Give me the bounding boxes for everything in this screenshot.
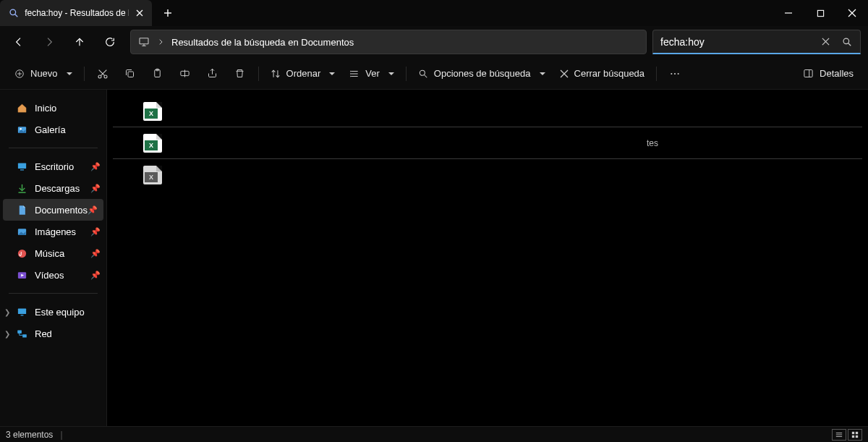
details-pane-button[interactable]: Detalles [796,61,861,86]
search-options-label: Opciones de búsqueda [434,68,531,79]
more-button[interactable] [661,61,689,86]
refresh-button[interactable] [95,30,124,54]
search-submit-button[interactable] [838,33,856,51]
close-search-label: Cerrar búsqueda [574,68,645,79]
view-icon [349,69,359,79]
svg-point-46 [20,128,22,130]
music-icon [16,247,27,259]
svg-rect-52 [17,308,25,314]
svg-rect-47 [17,163,25,169]
svg-rect-24 [128,72,134,77]
sidebar-item-label: Red [35,328,52,339]
sidebar-item-gallery[interactable]: Galería [0,119,106,140]
close-search-button[interactable]: Cerrar búsqueda [553,61,652,86]
sidebar-item-label: Galería [35,124,66,135]
file-row[interactable]: X tes [113,127,862,159]
svg-point-41 [674,72,676,74]
copy-icon [124,68,135,79]
separator [406,67,407,81]
sort-label: Ordenar [286,68,321,79]
chevron-right-icon [157,38,164,46]
delete-button[interactable] [226,61,254,86]
up-button[interactable] [65,30,94,54]
sidebar-item-documents[interactable]: Documentos 📌 [3,199,103,221]
file-row[interactable]: X [113,95,862,127]
tab-close-button[interactable] [135,7,145,19]
sidebar-item-videos[interactable]: Vídeos 📌 [0,264,106,286]
pin-icon: 📌 [90,227,101,237]
details-pane-icon [803,68,814,79]
copy-button[interactable] [116,61,144,86]
maximize-button[interactable] [804,0,836,26]
pictures-icon [16,226,27,237]
network-icon [16,328,27,339]
sidebar-item-pictures[interactable]: Imágenes 📌 [0,221,106,242]
sidebar-item-label: Este equipo [35,307,85,318]
sidebar-item-label: Imágenes [35,226,76,237]
sidebar-item-network[interactable]: ❯ Red [0,323,106,344]
chevron-right-icon: ❯ [4,308,10,316]
search-icon [9,7,19,19]
sidebar-item-music[interactable]: Música 📌 [0,242,106,264]
sidebar-item-label: Música [35,248,64,259]
sort-icon [271,69,281,79]
tab-title: fecha:hoy - Resultados de la b [25,8,129,18]
search-box[interactable] [652,30,861,54]
svg-rect-7 [817,10,823,16]
statusbar: 3 elementos | [0,426,868,442]
svg-point-50 [17,249,25,257]
sidebar-item-label: Descargas [35,183,80,194]
excel-file-locked-icon: X [143,166,162,184]
new-button[interactable]: Nuevo [7,61,80,86]
close-window-button[interactable] [836,0,868,26]
item-count: 3 elementos [6,430,53,440]
search-input[interactable] [660,36,812,48]
sidebar-item-label: Escritorio [35,161,74,172]
svg-point-15 [843,38,849,44]
view-mode-icons-button[interactable] [848,429,862,441]
sidebar-item-thispc[interactable]: ❯ Este equipo [0,301,106,323]
separator [656,67,657,81]
share-button[interactable] [199,61,226,86]
documents-icon [16,204,27,216]
titlebar: fecha:hoy - Resultados de la b [0,0,868,26]
paste-icon [152,68,163,79]
cut-icon [97,68,109,80]
clear-search-button[interactable] [817,33,834,51]
view-button[interactable]: Ver [342,61,401,86]
share-icon [207,68,218,79]
window-controls [773,0,868,26]
pin-icon: 📌 [90,184,101,193]
separator [9,148,98,148]
monitor-icon [138,36,150,48]
gallery-icon [16,124,27,135]
separator [84,67,85,81]
svg-rect-62 [856,435,858,437]
back-button[interactable] [4,30,33,54]
pc-icon [16,306,27,318]
new-label: Nuevo [30,68,58,79]
sidebar-item-desktop[interactable]: Escritorio 📌 [0,156,106,177]
rename-button[interactable] [171,61,199,86]
svg-point-36 [420,70,425,75]
file-row[interactable]: X [113,159,862,191]
new-tab-button[interactable] [156,1,179,25]
svg-rect-61 [852,435,854,437]
plus-circle-icon [14,69,25,79]
forward-button[interactable] [35,30,64,54]
addressbar[interactable]: Resultados de la búsqueda en Documentos [130,30,647,54]
sidebar-item-label: Inicio [35,103,56,114]
search-options-button[interactable]: Opciones de búsqueda [411,61,553,86]
view-mode-details-button[interactable] [832,429,846,441]
minimize-button[interactable] [773,0,804,26]
svg-line-16 [848,43,851,46]
paste-button[interactable] [144,61,171,86]
cut-button[interactable] [89,61,116,86]
tab-active[interactable]: fecha:hoy - Resultados de la b [0,0,152,26]
svg-point-40 [671,72,672,74]
sort-button[interactable]: Ordenar [263,61,343,86]
sidebar-item-downloads[interactable]: Descargas 📌 [0,177,106,199]
home-icon [16,102,27,114]
sidebar-item-home[interactable]: Inicio [0,97,106,119]
svg-rect-48 [20,169,24,170]
